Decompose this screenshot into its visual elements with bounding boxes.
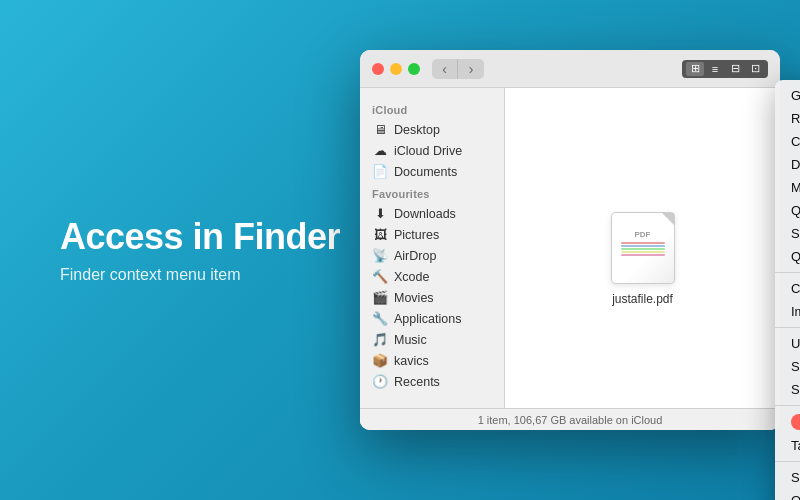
traffic-lights (372, 63, 420, 75)
sidebar-item-label-music: Music (394, 333, 427, 347)
file-icon[interactable]: PDF (611, 212, 675, 284)
menu-item-share[interactable]: Share ▶ (775, 222, 800, 245)
menu-item-label-open-sourcetree: Open in Sourcetree (791, 493, 800, 500)
sidebar-item-documents[interactable]: 📄 Documents (360, 161, 504, 182)
separator-3 (775, 405, 800, 406)
menu-item-label-quick-actions: Quick Actions (791, 249, 800, 264)
status-bar: 1 item, 106,67 GB available on iCloud (360, 408, 780, 430)
music-icon: 🎵 (372, 332, 388, 347)
menu-item-sort-by[interactable]: Sort By ▶ (775, 355, 800, 378)
menu-item-label-quick-look: Quick Look "eicar.com" (791, 203, 800, 218)
sidebar-item-label-documents: Documents (394, 165, 457, 179)
sidebar-item-label-downloads: Downloads (394, 207, 456, 221)
separator-2 (775, 327, 800, 328)
applications-icon: 🔧 (372, 311, 388, 326)
menu-item-get-info[interactable]: Get Info (775, 84, 800, 107)
menu-item-label-sort-by: Sort By (791, 359, 800, 374)
view-buttons: ⊞ ≡ ⊟ ⊡ (682, 60, 768, 78)
sidebar-item-label-desktop: Desktop (394, 123, 440, 137)
kavics-icon: 📦 (372, 353, 388, 368)
menu-item-label-show-view-options: Show View Options (791, 382, 800, 397)
hero-subtitle: Finder context menu item (60, 266, 340, 284)
minimize-button[interactable] (390, 63, 402, 75)
file-area: PDF justafile.pdf (505, 88, 780, 430)
xcode-icon: 🔨 (372, 269, 388, 284)
title-bar: ‹ › ⊞ ≡ ⊟ ⊡ (360, 50, 780, 88)
documents-icon: 📄 (372, 164, 388, 179)
menu-item-duplicate[interactable]: Duplicate (775, 153, 800, 176)
icloud-drive-icon: ☁ (372, 143, 388, 158)
sidebar-item-airdrop[interactable]: 📡 AirDrop (360, 245, 504, 266)
menu-item-label-tags: Tags... (791, 438, 800, 453)
menu-item-label-import: Import from iPhone or iPad (791, 304, 800, 319)
sidebar-item-label-pictures: Pictures (394, 228, 439, 242)
menu-item-tags[interactable]: Tags... (775, 434, 800, 457)
sidebar-item-label-xcode: Xcode (394, 270, 429, 284)
menu-item-label-duplicate: Duplicate (791, 157, 800, 172)
recents-icon: 🕐 (372, 374, 388, 389)
sidebar-item-label-applications: Applications (394, 312, 461, 326)
separator-1 (775, 272, 800, 273)
menu-item-label-copy: Copy "eicar.com" (791, 281, 800, 296)
tags-row (775, 410, 800, 434)
close-button[interactable] (372, 63, 384, 75)
downloads-icon: ⬇ (372, 206, 388, 221)
sidebar-item-movies[interactable]: 🎬 Movies (360, 287, 504, 308)
finder-content: iCloud 🖥 Desktop ☁ iCloud Drive 📄 Docume… (360, 88, 780, 430)
menu-item-open-sourcetree[interactable]: Open in Sourcetree (775, 489, 800, 500)
context-menu: Get Info Rename Compress "eicar.com" Dup… (775, 80, 800, 500)
maximize-button[interactable] (408, 63, 420, 75)
separator-4 (775, 461, 800, 462)
menu-item-label-make-alias: Make Alias (791, 180, 800, 195)
view-icon-gallery[interactable]: ⊡ (746, 62, 764, 76)
menu-item-quick-actions[interactable]: Quick Actions ▶ (775, 245, 800, 268)
menu-item-send-to-bear[interactable]: Send to Bear (775, 466, 800, 489)
sidebar-item-downloads[interactable]: ⬇ Downloads (360, 203, 504, 224)
sidebar-item-applications[interactable]: 🔧 Applications (360, 308, 504, 329)
file-name: justafile.pdf (612, 292, 673, 306)
sidebar-item-label-recents: Recents (394, 375, 440, 389)
menu-item-label-share: Share (791, 226, 800, 241)
sidebar-item-label-icloud-drive: iCloud Drive (394, 144, 462, 158)
sidebar-item-xcode[interactable]: 🔨 Xcode (360, 266, 504, 287)
sidebar-favourites-label: Favourites (360, 182, 504, 203)
menu-item-label-compress: Compress "eicar.com" (791, 134, 800, 149)
menu-item-label-use-groups: Use Groups (791, 336, 800, 351)
menu-item-show-view-options[interactable]: Show View Options (775, 378, 800, 401)
finder-window: ‹ › ⊞ ≡ ⊟ ⊡ iCloud 🖥 Desktop ☁ iCloud Dr… (360, 50, 780, 430)
back-button[interactable]: ‹ (432, 59, 458, 79)
menu-item-copy[interactable]: Copy "eicar.com" (775, 277, 800, 300)
tag-red[interactable] (791, 414, 800, 430)
menu-item-make-alias[interactable]: Make Alias (775, 176, 800, 199)
menu-item-quick-look[interactable]: Quick Look "eicar.com" (775, 199, 800, 222)
menu-item-rename[interactable]: Rename (775, 107, 800, 130)
airdrop-icon: 📡 (372, 248, 388, 263)
movies-icon: 🎬 (372, 290, 388, 305)
sidebar-item-label-movies: Movies (394, 291, 434, 305)
sidebar-item-icloud-drive[interactable]: ☁ iCloud Drive (360, 140, 504, 161)
view-icon-columns[interactable]: ⊟ (726, 62, 744, 76)
view-icon-list[interactable]: ≡ (706, 62, 724, 76)
menu-item-compress[interactable]: Compress "eicar.com" (775, 130, 800, 153)
sidebar: iCloud 🖥 Desktop ☁ iCloud Drive 📄 Docume… (360, 88, 505, 430)
hero-section: Access in Finder Finder context menu ite… (60, 216, 340, 284)
menu-item-use-groups[interactable]: Use Groups (775, 332, 800, 355)
forward-button[interactable]: › (458, 59, 484, 79)
menu-item-label-rename: Rename (791, 111, 800, 126)
sidebar-item-label-kavics: kavics (394, 354, 429, 368)
sidebar-item-pictures[interactable]: 🖼 Pictures (360, 224, 504, 245)
sidebar-icloud-label: iCloud (360, 98, 504, 119)
sidebar-item-recents[interactable]: 🕐 Recents (360, 371, 504, 392)
menu-item-import[interactable]: Import from iPhone or iPad ▶ (775, 300, 800, 323)
nav-buttons: ‹ › (432, 59, 484, 79)
sidebar-item-music[interactable]: 🎵 Music (360, 329, 504, 350)
menu-item-label-get-info: Get Info (791, 88, 800, 103)
status-text: 1 item, 106,67 GB available on iCloud (478, 414, 663, 426)
sidebar-item-label-airdrop: AirDrop (394, 249, 436, 263)
sidebar-item-desktop[interactable]: 🖥 Desktop (360, 119, 504, 140)
view-icon-grid[interactable]: ⊞ (686, 62, 704, 76)
menu-item-label-send-to-bear: Send to Bear (791, 470, 800, 485)
pictures-icon: 🖼 (372, 227, 388, 242)
hero-title: Access in Finder (60, 216, 340, 258)
sidebar-item-kavics[interactable]: 📦 kavics (360, 350, 504, 371)
